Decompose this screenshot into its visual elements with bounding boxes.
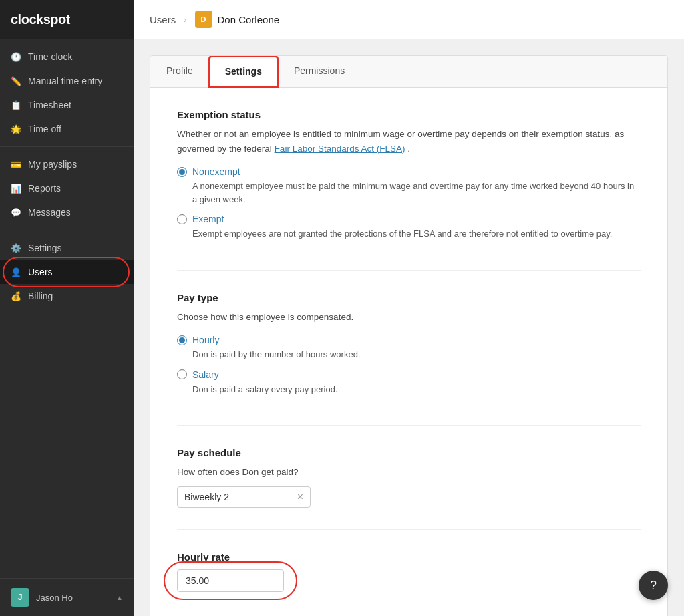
tab-settings[interactable]: Settings <box>209 56 278 87</box>
pay-schedule-dropdown[interactable]: Biweekly 2 × <box>177 486 311 508</box>
tab-profile[interactable]: Profile <box>150 56 209 87</box>
pay-schedule-section: Pay schedule How often does Don get paid… <box>177 447 641 530</box>
sidebar-user[interactable]: J Jason Ho ▲ <box>0 578 134 616</box>
pay-schedule-title: Pay schedule <box>177 447 641 458</box>
manual-time-entry-icon: ✏️ <box>11 75 21 86</box>
breadcrumb-users-link[interactable]: Users <box>150 14 176 25</box>
sidebar-item-time-clock[interactable]: 🕐 Time clock <box>0 45 134 69</box>
messages-icon: 💬 <box>11 207 21 218</box>
nav-divider-1 <box>0 146 134 147</box>
users-highlight-circle <box>3 257 130 287</box>
salary-label[interactable]: Salary <box>177 369 641 380</box>
flsa-link[interactable]: Fair Labor Standards Act (FLSA) <box>275 144 405 154</box>
hourly-label[interactable]: Hourly <box>177 335 641 345</box>
breadcrumb-current-user: Don Corleone <box>218 14 280 25</box>
sidebar-item-billing[interactable]: 💰 Billing <box>0 284 134 308</box>
timesheet-icon: 📋 <box>11 100 21 110</box>
chat-icon: ? <box>650 579 657 593</box>
page-content: Profile Settings Permissions Exemption s… <box>134 39 684 616</box>
chevron-up-icon: ▲ <box>116 594 123 601</box>
nonexempt-option: Nonexempt A nonexempt employee must be p… <box>177 166 641 206</box>
pay-schedule-question: How often does Don get paid? <box>177 465 641 480</box>
pay-type-section: Pay type Choose how this employee is com… <box>177 292 641 426</box>
main-content: Users › D Don Corleone Profile Settings … <box>134 0 684 616</box>
sidebar: clockspot 🕐 Time clock ✏️ Manual time en… <box>0 0 134 616</box>
tab-bar: Profile Settings Permissions <box>150 56 667 88</box>
exemption-status-title: Exemption status <box>177 109 641 120</box>
users-icon: 👤 <box>11 267 21 277</box>
nonexempt-desc: A nonexempt employee must be paid the mi… <box>192 180 641 206</box>
topbar: Users › D Don Corleone <box>134 0 684 39</box>
sidebar-nav: 🕐 Time clock ✏️ Manual time entry 📋 Time… <box>0 39 134 578</box>
salary-option: Salary Don is paid a salary every pay pe… <box>177 369 641 396</box>
hourly-rate-section: Hourly rate <box>177 551 641 613</box>
time-clock-icon: 🕐 <box>11 51 21 62</box>
sidebar-item-messages[interactable]: 💬 Messages <box>0 200 134 224</box>
hourly-rate-wrapper <box>177 569 284 592</box>
settings-icon: ⚙️ <box>11 243 21 253</box>
hourly-radio[interactable] <box>177 335 187 345</box>
exemption-status-section: Exemption status Whether or not an emplo… <box>177 109 641 271</box>
sidebar-item-my-payslips[interactable]: 💳 My payslips <box>0 152 134 176</box>
app-logo: clockspot <box>0 0 134 39</box>
sidebar-item-settings[interactable]: ⚙️ Settings <box>0 236 134 260</box>
pay-type-desc: Choose how this employee is compensated. <box>177 310 641 325</box>
nonexempt-label[interactable]: Nonexempt <box>177 166 641 177</box>
exempt-radio[interactable] <box>177 214 187 224</box>
nonexempt-radio[interactable] <box>177 167 187 177</box>
sidebar-item-users[interactable]: 👤 Users <box>0 260 134 284</box>
hourly-rate-input[interactable] <box>177 569 284 592</box>
user-avatar: J <box>11 588 29 607</box>
hourly-rate-title: Hourly rate <box>177 551 641 563</box>
exempt-desc: Exempt employees are not granted the pro… <box>192 227 641 241</box>
payslips-icon: 💳 <box>11 159 21 170</box>
sidebar-item-reports[interactable]: 📊 Reports <box>0 176 134 200</box>
hourly-desc: Don is paid by the number of hours worke… <box>192 348 641 361</box>
sidebar-item-time-off[interactable]: 🌟 Time off <box>0 117 134 141</box>
clear-schedule-button[interactable]: × <box>297 491 303 503</box>
billing-icon: 💰 <box>11 291 21 301</box>
breadcrumb-user-avatar: D <box>195 11 212 28</box>
user-settings-card: Profile Settings Permissions Exemption s… <box>150 55 668 616</box>
pay-type-title: Pay type <box>177 292 641 303</box>
sidebar-item-timesheet[interactable]: 📋 Timesheet <box>0 93 134 117</box>
salary-radio[interactable] <box>177 369 187 379</box>
time-off-icon: 🌟 <box>11 124 21 134</box>
exemption-status-desc: Whether or not an employee is entitled t… <box>177 127 641 156</box>
exempt-label[interactable]: Exempt <box>177 214 641 224</box>
sidebar-user-name: Jason Ho <box>36 593 73 603</box>
hourly-option: Hourly Don is paid by the number of hour… <box>177 335 641 361</box>
settings-body: Exemption status Whether or not an emplo… <box>150 88 667 616</box>
salary-desc: Don is paid a salary every pay period. <box>192 383 641 396</box>
breadcrumb-separator: › <box>184 15 186 25</box>
tab-permissions[interactable]: Permissions <box>278 56 361 87</box>
chat-button[interactable]: ? <box>639 571 668 600</box>
nav-divider-2 <box>0 230 134 230</box>
exempt-option: Exempt Exempt employees are not granted … <box>177 214 641 241</box>
sidebar-item-manual-time-entry[interactable]: ✏️ Manual time entry <box>0 69 134 93</box>
reports-icon: 📊 <box>11 183 21 194</box>
